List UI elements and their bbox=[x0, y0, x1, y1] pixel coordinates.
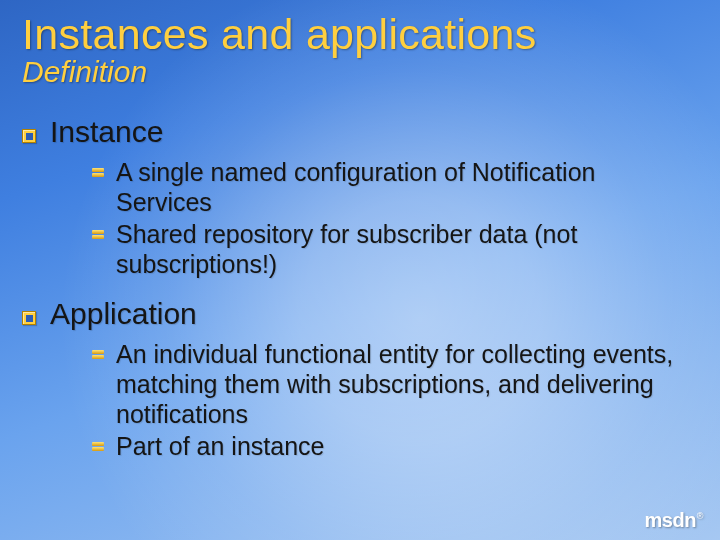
level2-group: An individual functional entity for coll… bbox=[92, 339, 692, 461]
level1-heading: Instance bbox=[50, 115, 163, 149]
bullet-bars-icon bbox=[92, 168, 104, 178]
level1-heading: Application bbox=[50, 297, 197, 331]
bullet-square-icon bbox=[22, 311, 36, 325]
slide-subtitle: Definition bbox=[22, 55, 692, 89]
slide: Instances and applications Definition In… bbox=[0, 0, 720, 461]
slide-content: Instance A single named configuration of… bbox=[22, 115, 692, 461]
bullet-level2: A single named configuration of Notifica… bbox=[92, 157, 692, 217]
trademark-icon: ® bbox=[697, 511, 703, 521]
bullet-bars-icon bbox=[92, 350, 104, 360]
bullet-bars-icon bbox=[92, 230, 104, 240]
bullet-level1: Instance bbox=[22, 115, 692, 149]
msdn-logo: msdn® bbox=[645, 509, 702, 532]
level2-text: A single named configuration of Notifica… bbox=[116, 157, 692, 217]
level2-group: A single named configuration of Notifica… bbox=[92, 157, 692, 279]
bullet-level1: Application bbox=[22, 297, 692, 331]
level2-text: An individual functional entity for coll… bbox=[116, 339, 692, 429]
bullet-level2: Part of an instance bbox=[92, 431, 692, 461]
bullet-level2: Shared repository for subscriber data (n… bbox=[92, 219, 692, 279]
level2-text: Part of an instance bbox=[116, 431, 324, 461]
logo-text: msdn bbox=[645, 509, 696, 531]
bullet-square-icon bbox=[22, 129, 36, 143]
level2-text: Shared repository for subscriber data (n… bbox=[116, 219, 692, 279]
slide-title: Instances and applications bbox=[22, 10, 692, 59]
bullet-bars-icon bbox=[92, 442, 104, 452]
bullet-level2: An individual functional entity for coll… bbox=[92, 339, 692, 429]
